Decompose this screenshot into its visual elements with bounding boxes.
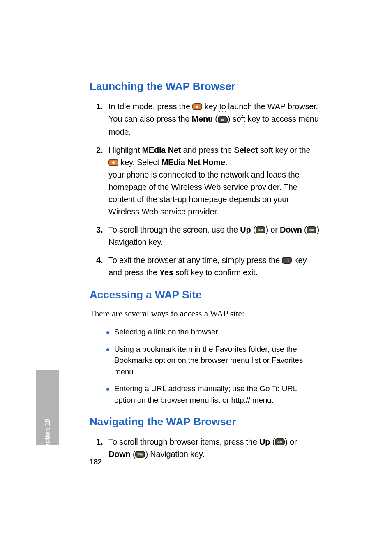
accessing-list: Selecting a link on the browser Using a … <box>90 326 320 406</box>
navigating-list: 1. To scroll through browser items, pres… <box>90 436 320 460</box>
list-item: Selecting a link on the browser <box>108 326 320 338</box>
list-item: 1. In Idle mode, press the key to launch… <box>108 100 320 138</box>
list-item: 3. To scroll through the screen, use the… <box>108 224 320 248</box>
text: soft key to confirm exit. <box>173 268 258 277</box>
text: ) Navigation key. <box>145 450 204 459</box>
text: . <box>225 158 227 167</box>
text: In Idle mode, press the <box>108 102 192 111</box>
ok-key-icon <box>192 103 202 110</box>
launching-list: 1. In Idle mode, press the key to launch… <box>90 100 320 279</box>
text: soft key or the <box>258 145 310 155</box>
item-number: 4. <box>96 254 103 266</box>
list-item: 2. Highlight MEdia Net and press the Sel… <box>108 144 320 218</box>
intro-text: There are several ways to access a WAP s… <box>90 309 320 319</box>
menu-key-wrap <box>218 113 228 126</box>
text: To scroll through the screen, use the <box>108 225 240 234</box>
page-number: 182 <box>90 458 102 466</box>
bold-text: Down <box>108 450 131 459</box>
item-number: 1. <box>96 436 103 448</box>
down-key-icon <box>307 226 316 233</box>
text: You can also press the <box>108 114 192 123</box>
heading-accessing: Accessing a WAP Site <box>90 288 320 301</box>
section-tab: Section 10 <box>36 370 59 445</box>
bold-text: Down <box>280 225 302 234</box>
bold-text: MEdia Net Home <box>161 158 225 167</box>
page-content: Launching the WAP Browser 1. In Idle mod… <box>90 80 320 466</box>
text: and press the <box>181 145 234 155</box>
text: ( <box>131 450 136 459</box>
heading-launching: Launching the WAP Browser <box>90 80 320 93</box>
bold-text: Select <box>234 145 258 155</box>
heading-navigating: Navigating the WAP Browser <box>90 415 320 428</box>
item-number: 1. <box>96 100 103 113</box>
menu-key-icon <box>218 116 228 123</box>
item-number: 3. <box>96 224 103 236</box>
text: ) or <box>265 225 280 234</box>
ok-key-icon <box>108 159 118 166</box>
up-key-icon <box>275 438 285 445</box>
text: To exit the browser at any time, simply … <box>108 256 282 265</box>
list-item: Using a bookmark item in the Favorites f… <box>108 344 320 378</box>
text: key. Select <box>118 158 161 167</box>
text: ( <box>251 225 256 234</box>
section-tab-label: Section 10 <box>44 419 51 452</box>
text: ( <box>213 114 218 123</box>
list-item: 1. To scroll through browser items, pres… <box>108 436 320 460</box>
bold-text: Yes <box>159 268 173 277</box>
down-key-icon <box>135 451 145 458</box>
bold-text: Up <box>259 437 270 446</box>
text: ( <box>270 437 275 446</box>
list-item: 4. To exit the browser at any time, simp… <box>108 254 320 279</box>
text: your phone is connected to the network a… <box>108 170 299 216</box>
text: ( <box>302 225 307 234</box>
text: To scroll through browser items, press t… <box>108 437 259 446</box>
item-number: 2. <box>96 144 103 156</box>
list-item: Entering a URL address manually; use the… <box>108 383 320 406</box>
text: ) or <box>285 437 297 446</box>
bold-text: MEdia Net <box>142 145 181 155</box>
up-key-icon <box>256 226 265 233</box>
bold-text: Up <box>240 225 251 234</box>
end-key-icon <box>282 257 292 264</box>
bold-text: Menu <box>192 114 213 123</box>
text: Highlight <box>108 145 142 155</box>
